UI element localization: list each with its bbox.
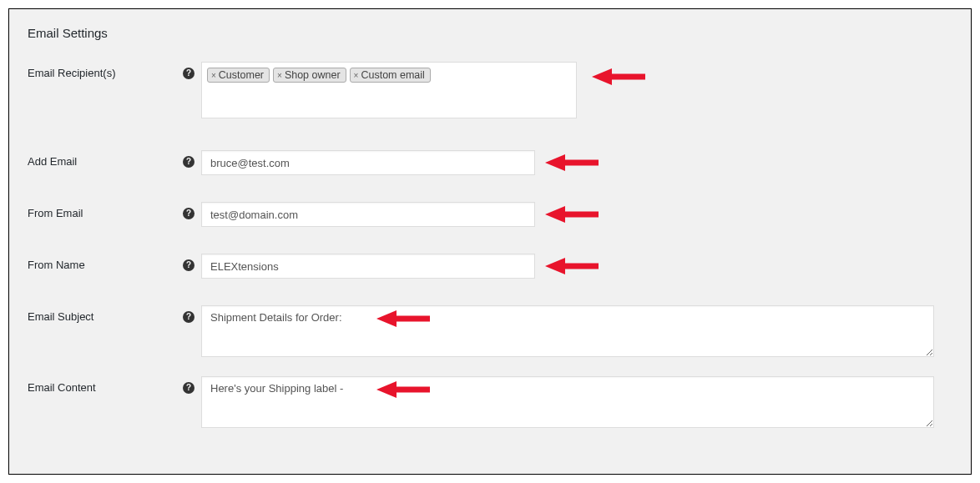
annotation-arrow-icon — [545, 256, 599, 276]
label-text: Email Content — [28, 381, 96, 394]
svg-marker-3 — [545, 154, 565, 171]
subject-input[interactable] — [201, 305, 934, 357]
add-email-field — [201, 150, 535, 175]
help-icon[interactable]: ? — [183, 208, 194, 219]
label-text: Add Email — [28, 155, 77, 168]
label-from-name: From Name ? — [28, 254, 201, 271]
help-icon[interactable]: ? — [183, 156, 194, 168]
email-settings-panel: Email Settings Email Recipient(s) ? × Cu… — [8, 8, 972, 475]
subject-field — [201, 305, 934, 360]
recipient-tag[interactable]: × Shop owner — [273, 68, 346, 83]
remove-tag-icon[interactable]: × — [211, 71, 216, 80]
from-name-input[interactable] — [201, 254, 535, 279]
label-text: From Name — [28, 259, 85, 271]
recipients-field: × Customer × Shop owner × Custom email — [201, 62, 577, 118]
from-email-input[interactable] — [201, 202, 535, 227]
from-name-field — [201, 254, 535, 279]
help-icon[interactable]: ? — [183, 311, 194, 323]
label-from-email: From Email ? — [28, 202, 201, 219]
label-text: Email Recipient(s) — [28, 67, 115, 79]
help-icon[interactable]: ? — [183, 382, 194, 394]
help-icon[interactable]: ? — [183, 68, 194, 79]
svg-marker-5 — [545, 206, 565, 223]
svg-marker-7 — [545, 258, 565, 274]
annotation-arrow-icon — [592, 67, 645, 87]
recipients-tagbox[interactable]: × Customer × Shop owner × Custom email — [201, 62, 577, 118]
field-row-subject: Email Subject ? — [28, 305, 957, 360]
annotation-arrow-icon — [545, 153, 599, 173]
field-row-from-name: From Name ? — [28, 254, 957, 279]
label-content: Email Content ? — [28, 376, 201, 394]
help-icon[interactable]: ? — [183, 259, 194, 271]
label-subject: Email Subject ? — [28, 305, 201, 323]
field-row-from-email: From Email ? — [28, 202, 957, 227]
content-input[interactable] — [201, 376, 934, 428]
label-text: From Email — [28, 207, 83, 219]
tag-label: Custom email — [361, 69, 424, 81]
field-row-add-email: Add Email ? — [28, 150, 957, 175]
field-row-content: Email Content ? — [28, 376, 957, 430]
field-row-recipients: Email Recipient(s) ? × Customer × Shop o… — [28, 62, 957, 118]
from-email-field — [201, 202, 535, 227]
section-title: Email Settings — [28, 26, 957, 40]
tag-label: Shop owner — [285, 69, 341, 81]
remove-tag-icon[interactable]: × — [277, 71, 282, 80]
recipient-tag[interactable]: × Customer — [207, 68, 270, 83]
label-recipients: Email Recipient(s) ? — [28, 62, 201, 79]
annotation-arrow-icon — [545, 204, 599, 224]
tag-label: Customer — [219, 69, 264, 81]
label-add-email: Add Email ? — [28, 150, 201, 168]
recipient-tag[interactable]: × Custom email — [350, 68, 431, 83]
remove-tag-icon[interactable]: × — [354, 71, 359, 80]
svg-marker-1 — [592, 68, 612, 85]
content-field — [201, 376, 934, 430]
add-email-input[interactable] — [201, 150, 535, 175]
label-text: Email Subject — [28, 310, 93, 323]
